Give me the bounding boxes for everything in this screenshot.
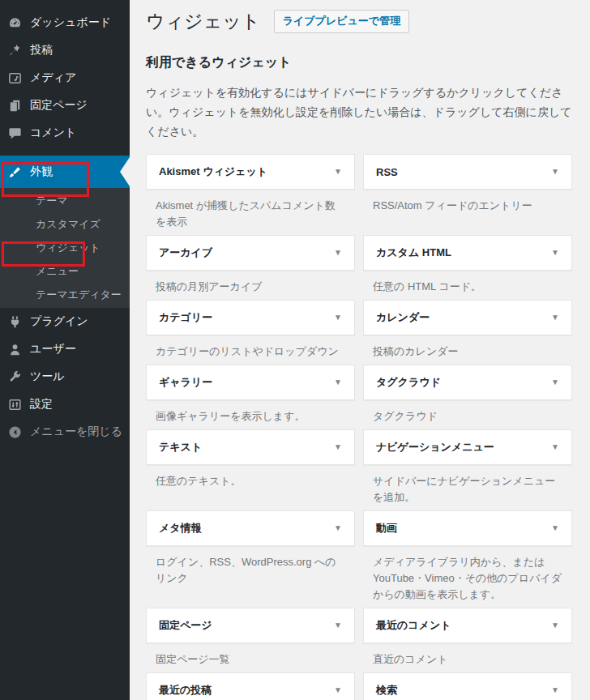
widget-card[interactable]: カレンダー ▼: [363, 300, 572, 335]
available-widgets-heading: 利用できるウィジェット: [146, 54, 572, 71]
sidebar-item[interactable]: メニューを閉じる: [0, 418, 130, 446]
chevron-down-icon[interactable]: ▼: [551, 686, 559, 694]
active-item-arrow: [120, 157, 130, 186]
sidebar-item[interactable]: ダッシュボード: [0, 9, 130, 36]
widget-card[interactable]: 動画 ▼: [363, 510, 572, 546]
sidebar-item[interactable]: 外観: [0, 156, 130, 188]
sidebar-item[interactable]: 設定: [0, 391, 130, 418]
chevron-down-icon[interactable]: ▼: [334, 314, 342, 322]
submenu-item[interactable]: ウィジェット: [0, 236, 130, 259]
sidebar-item[interactable]: 固定ページ: [0, 92, 130, 119]
sidebar-item-label: プラグイン: [30, 314, 88, 329]
chevron-down-icon[interactable]: ▼: [551, 621, 559, 630]
widget: Akismet ウィジェット ▼ Akismet が捕獲したスパムコメント数を表…: [146, 154, 355, 235]
sidebar-item-label: ツール: [30, 369, 65, 384]
chevron-down-icon[interactable]: ▼: [551, 378, 559, 386]
widget-card[interactable]: アーカイブ ▼: [146, 235, 355, 271]
widget-card[interactable]: カスタム HTML ▼: [363, 235, 572, 271]
sidebar-item-label: ダッシュボード: [30, 15, 111, 30]
chevron-down-icon[interactable]: ▼: [334, 443, 342, 451]
sidebar-item-label: 設定: [30, 397, 53, 412]
submenu-item[interactable]: カスタマイズ: [0, 212, 130, 236]
widget-title: 固定ページ: [159, 618, 212, 633]
chevron-down-icon[interactable]: ▼: [551, 168, 559, 176]
widget-description: タグクラウド: [363, 408, 572, 425]
widget-card[interactable]: RSS ▼: [363, 154, 572, 190]
submenu-item[interactable]: テーマ: [0, 189, 130, 212]
widget-card[interactable]: 固定ページ ▼: [146, 608, 355, 643]
widget: タグクラウド ▼ タグクラウド: [363, 365, 572, 429]
sidebar-item-label: メニューを閉じる: [30, 425, 122, 439]
page-title: ウィジェット: [146, 10, 260, 33]
chevron-down-icon[interactable]: ▼: [334, 168, 342, 176]
widget-card[interactable]: Akismet ウィジェット ▼: [146, 154, 355, 190]
live-preview-button[interactable]: ライブプレビューで管理: [274, 10, 409, 32]
widget-description: メディアライブラリ内から、または YouTube・Vimeo・その他のプロバイダ…: [363, 554, 572, 603]
available-widgets-grid: Akismet ウィジェット ▼ Akismet が捕獲したスパムコメント数を表…: [146, 154, 572, 700]
chevron-down-icon[interactable]: ▼: [334, 621, 342, 630]
sidebar-item[interactable]: ユーザー: [0, 335, 130, 363]
pin-icon: [6, 42, 23, 58]
widget-card[interactable]: ギャラリー ▼: [146, 365, 355, 400]
widget-description: 直近のコメント: [363, 651, 572, 668]
admin-sidebar: ダッシュボード 投稿 メディア 固定ページ: [0, 0, 130, 700]
chevron-down-icon[interactable]: ▼: [334, 378, 342, 386]
chevron-down-icon[interactable]: ▼: [551, 524, 559, 532]
widget-card[interactable]: メタ情報 ▼: [146, 510, 355, 546]
settings-icon: [6, 396, 23, 412]
sidebar-item-label: メディア: [30, 70, 76, 85]
tools-icon: [6, 369, 23, 385]
widget-card[interactable]: 検索 ▼: [363, 672, 572, 700]
widget: カテゴリー ▼ カテゴリーのリストやドロップダウン: [146, 300, 355, 365]
chevron-down-icon[interactable]: ▼: [551, 443, 559, 451]
widget: RSS ▼ RSS/Atom フィードのエントリー: [363, 154, 572, 219]
widget-title: 検索: [376, 683, 397, 698]
widget-description: 投稿のカレンダー: [363, 344, 572, 360]
submenu-item[interactable]: テーマエディター: [0, 283, 130, 306]
chevron-down-icon[interactable]: ▼: [334, 524, 342, 532]
page-header: ウィジェット ライブプレビューで管理: [146, 10, 572, 33]
sidebar-item[interactable]: プラグイン: [0, 308, 130, 335]
widget-card[interactable]: 最近のコメント ▼: [363, 608, 572, 643]
submenu-item[interactable]: メニュー: [0, 259, 130, 283]
chevron-down-icon[interactable]: ▼: [334, 686, 342, 694]
chevron-down-icon[interactable]: ▼: [334, 249, 342, 257]
widget-title: カテゴリー: [159, 310, 212, 325]
widget: 最近のコメント ▼ 直近のコメント: [363, 608, 572, 672]
widget-card[interactable]: 最近の投稿 ▼: [146, 672, 355, 700]
appearance-submenu: テーマ カスタマイズ ウィジェット メニュー テーマエディター: [0, 188, 130, 308]
widget-card[interactable]: タグクラウド ▼: [363, 365, 572, 400]
widget: ギャラリー ▼ 画像ギャラリーを表示します。: [146, 365, 355, 429]
sidebar-item[interactable]: ツール: [0, 363, 130, 391]
widget: メタ情報 ▼ ログイン、RSS、WordPress.org へのリンク: [146, 510, 355, 591]
widget-title: ナビゲーションメニュー: [376, 440, 494, 455]
collapse-icon: [6, 424, 23, 440]
sidebar-item-label: 外観: [30, 164, 53, 179]
content-area: ウィジェット ライブプレビューで管理 利用できるウィジェット ウィジェットを有効…: [130, 0, 590, 700]
widget-title: RSS: [376, 166, 398, 178]
widget-title: タグクラウド: [376, 375, 441, 390]
dashboard-icon: [6, 15, 23, 31]
widget-title: アーカイブ: [159, 245, 212, 260]
sidebar-item[interactable]: 投稿: [0, 36, 130, 64]
widget-description: 任意のテキスト。: [146, 473, 355, 489]
chevron-down-icon[interactable]: ▼: [551, 314, 559, 322]
widget-card[interactable]: テキスト ▼: [146, 429, 355, 465]
widget: ナビゲーションメニュー ▼ サイドバーにナビゲーションメニューを追加。: [363, 429, 572, 510]
sidebar-item[interactable]: メディア: [0, 64, 130, 92]
widget-description: サイドバーにナビゲーションメニューを追加。: [363, 473, 572, 506]
sidebar-menu-top: ダッシュボード 投稿 メディア 固定ページ: [0, 0, 130, 188]
widget-description: 画像ギャラリーを表示します。: [146, 408, 355, 425]
sidebar-item-label: 固定ページ: [30, 98, 88, 113]
widget-title: テキスト: [159, 440, 202, 455]
comments-icon: [6, 125, 23, 141]
chevron-down-icon[interactable]: ▼: [551, 249, 559, 257]
widget-title: 最近の投稿: [159, 683, 212, 698]
widget-card[interactable]: ナビゲーションメニュー ▼: [363, 429, 572, 465]
widget: 動画 ▼ メディアライブラリ内から、または YouTube・Vimeo・その他の…: [363, 510, 572, 608]
appearance-icon: [6, 164, 23, 180]
widget-card[interactable]: カテゴリー ▼: [146, 300, 355, 335]
widget: テキスト ▼ 任意のテキスト。: [146, 429, 355, 494]
plugin-icon: [6, 314, 23, 330]
sidebar-item[interactable]: コメント: [0, 119, 130, 147]
